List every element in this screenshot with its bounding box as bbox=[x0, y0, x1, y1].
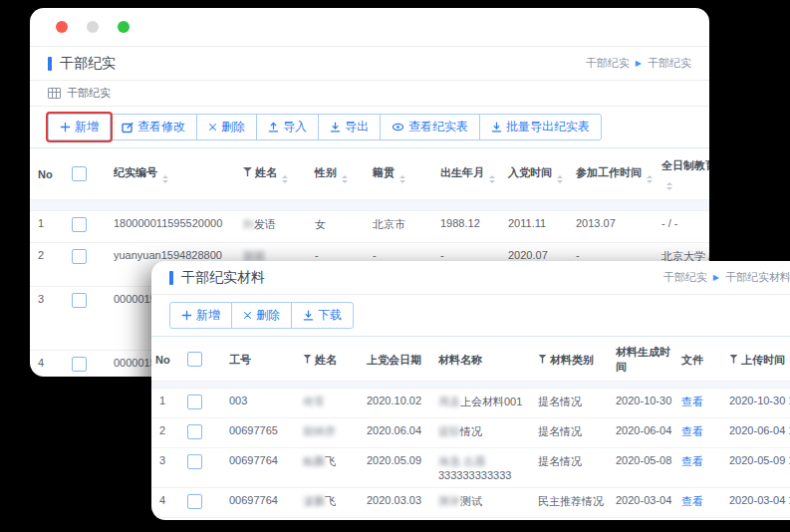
cell-fulltime-education: - / - bbox=[658, 211, 709, 243]
view-file-link[interactable]: 查看 bbox=[681, 455, 703, 467]
cell-text: 情况 bbox=[460, 425, 482, 437]
column-label: 籍贯 bbox=[373, 166, 395, 178]
cell-employee-id: 00697764 bbox=[225, 488, 299, 518]
cell-name: 何哥 bbox=[299, 389, 363, 418]
cell-material-gen-time: 2020-06-04 bbox=[612, 418, 677, 448]
row-checkbox[interactable] bbox=[187, 395, 202, 409]
filter-icon[interactable] bbox=[729, 355, 738, 364]
row-checkbox[interactable] bbox=[72, 357, 87, 372]
page-title: 干部纪实 bbox=[48, 55, 116, 73]
cell-no: 1 bbox=[30, 211, 68, 243]
breadcrumb-item[interactable]: 干部纪实材料 bbox=[725, 270, 790, 285]
cell-no: 4 bbox=[30, 351, 68, 378]
minimize-window-button[interactable] bbox=[87, 21, 99, 33]
upload-button[interactable]: 导入 bbox=[256, 114, 319, 140]
cell-file: 查看 bbox=[677, 448, 725, 488]
filter-icon[interactable] bbox=[243, 167, 252, 176]
column-header-native-place[interactable]: 籍贯 bbox=[369, 148, 436, 200]
column-header-birth-date[interactable]: 出生年月 bbox=[436, 148, 504, 200]
download-button[interactable]: 下载 bbox=[291, 302, 354, 329]
breadcrumb: 干部纪实 ▶ 干部纪实 bbox=[586, 56, 691, 71]
column-label: 姓名 bbox=[255, 166, 277, 178]
button-label: 删除 bbox=[221, 119, 245, 135]
column-header-record-id[interactable]: 纪实编号 bbox=[110, 148, 239, 200]
breadcrumb: 干部纪实 ▶ 干部纪实材料 bbox=[663, 270, 790, 285]
sort-carets-icon[interactable] bbox=[342, 175, 348, 183]
table-grid-icon bbox=[48, 88, 61, 99]
column-header-name[interactable]: 姓名 bbox=[299, 337, 363, 382]
sort-carets-icon[interactable] bbox=[162, 175, 168, 183]
cell-material-gen-time: 2020-05-08 bbox=[612, 448, 677, 488]
row-checkbox[interactable] bbox=[72, 293, 87, 308]
maximize-window-button[interactable] bbox=[118, 21, 130, 33]
column-header-join-party-date[interactable]: 入党时间 bbox=[504, 148, 572, 200]
close-window-button[interactable] bbox=[56, 21, 68, 33]
cell-material-type: 提名情况 bbox=[534, 448, 612, 488]
column-header-party-meeting-date: 上党会日期 bbox=[363, 337, 434, 382]
sort-carets-icon[interactable] bbox=[557, 175, 563, 183]
select-all-checkbox[interactable] bbox=[187, 352, 202, 367]
cell-upload-time: 2020-06-04 16:59:51 bbox=[725, 418, 790, 448]
cell-material-type: 民主推荐情况 bbox=[534, 488, 612, 518]
filter-icon[interactable] bbox=[303, 355, 312, 364]
sort-carets-icon[interactable] bbox=[282, 175, 288, 183]
cell-party-meeting-date: 2020.05.09 bbox=[363, 448, 434, 488]
column-header-gender[interactable]: 性别 bbox=[311, 148, 369, 200]
column-header-upload-time[interactable]: 上传时间 bbox=[725, 337, 790, 382]
column-label: 纪实编号 bbox=[114, 166, 157, 178]
plus-button[interactable]: 新增 bbox=[169, 302, 232, 329]
column-label: No bbox=[38, 168, 53, 180]
sort-carets-icon[interactable] bbox=[399, 175, 405, 183]
button-label: 查看纪实表 bbox=[408, 119, 468, 135]
column-label: 上传时间 bbox=[741, 354, 785, 366]
filter-icon[interactable] bbox=[538, 355, 547, 364]
cell-upload-time: 2020-10-30 17:18:12 bbox=[725, 389, 790, 418]
column-label: 材料名称 bbox=[438, 354, 482, 366]
edit-button[interactable]: 查看修改 bbox=[110, 114, 197, 140]
redacted-text: 杨鹏 bbox=[303, 455, 325, 467]
row-checkbox[interactable] bbox=[72, 249, 87, 264]
cell-name: 杨鹏飞 bbox=[299, 448, 363, 488]
column-header-start-work-date[interactable]: 参加工作时间 bbox=[572, 148, 658, 200]
column-label: 性别 bbox=[315, 166, 337, 178]
view-file-link[interactable]: 查看 bbox=[681, 495, 703, 507]
row-checkbox[interactable] bbox=[72, 217, 87, 232]
column-header-material-gen-time: 材料生成时间 bbox=[612, 337, 677, 382]
sort-carets-icon[interactable] bbox=[647, 175, 653, 183]
cell-birth-date: 1988.12 bbox=[436, 211, 504, 243]
download-icon bbox=[303, 310, 314, 321]
column-label: 入党时间 bbox=[508, 166, 552, 178]
cell-material-type: 提名情况 bbox=[534, 389, 612, 418]
row-checkbox[interactable] bbox=[187, 494, 202, 509]
breadcrumb-item[interactable]: 干部纪实 bbox=[663, 270, 707, 285]
eye-button[interactable]: 查看纪实表 bbox=[380, 114, 480, 140]
column-label: 姓名 bbox=[315, 354, 337, 366]
select-all-checkbox[interactable] bbox=[72, 166, 87, 181]
view-file-link[interactable]: 查看 bbox=[681, 425, 703, 437]
column-header-material-type[interactable]: 材料类别 bbox=[534, 337, 612, 382]
column-header-check[interactable] bbox=[183, 337, 225, 382]
page-title: 干部纪实材料 bbox=[169, 269, 265, 287]
table-row: 400697764潇鹏飞2020.03.03测评测试民主推荐情况2020-03-… bbox=[151, 488, 790, 518]
view-file-link[interactable]: 查看 bbox=[681, 396, 703, 407]
plus-button[interactable]: 新增 bbox=[48, 114, 111, 140]
column-header-name[interactable]: 姓名 bbox=[239, 148, 311, 200]
close-button[interactable]: 删除 bbox=[196, 114, 257, 140]
close-button[interactable]: 删除 bbox=[231, 302, 292, 329]
breadcrumb-item[interactable]: 干部纪实 bbox=[648, 56, 691, 71]
column-header-file: 文件 bbox=[677, 337, 725, 382]
row-checkbox[interactable] bbox=[187, 454, 202, 469]
download-button[interactable]: 导出 bbox=[318, 114, 381, 140]
column-label: 材料类别 bbox=[550, 354, 594, 366]
breadcrumb-item[interactable]: 干部纪实 bbox=[586, 56, 630, 71]
download-button[interactable]: 批量导出纪实表 bbox=[479, 114, 602, 140]
sort-carets-icon[interactable] bbox=[489, 175, 495, 183]
cell-no: 3 bbox=[151, 448, 183, 488]
cell-name: 潇鹏飞 bbox=[299, 488, 363, 518]
button-label: 批量导出纪实表 bbox=[506, 119, 590, 135]
sort-carets-icon[interactable] bbox=[666, 182, 672, 190]
row-checkbox[interactable] bbox=[187, 424, 202, 439]
column-header-fulltime-education[interactable]: 全日制教育 bbox=[658, 148, 709, 200]
column-header-check[interactable] bbox=[68, 148, 110, 200]
cell-name: 刘发语 bbox=[239, 211, 311, 243]
